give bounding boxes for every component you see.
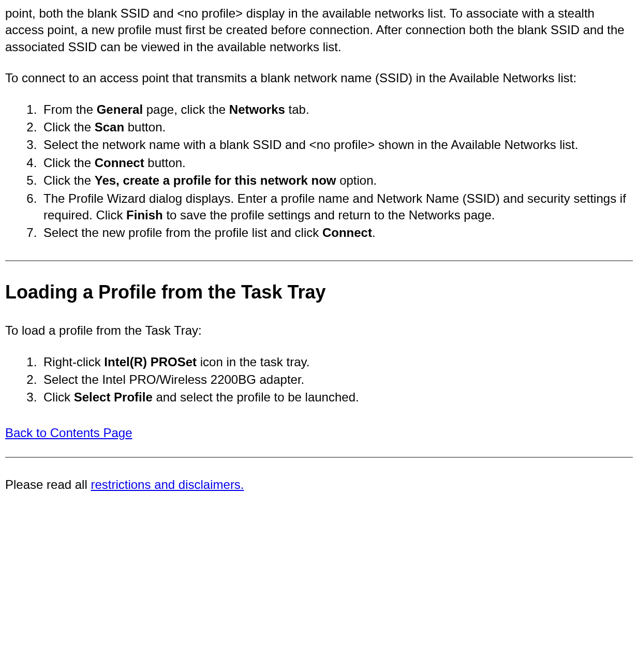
intro-paragraph-3: To load a profile from the Task Tray: — [5, 322, 633, 339]
intro-paragraph-2: To connect to an access point that trans… — [5, 70, 633, 86]
text: button. — [144, 156, 186, 170]
text: Select the new profile from the profile … — [43, 226, 322, 240]
divider — [5, 457, 633, 458]
list-item: Click the Yes, create a profile for this… — [40, 172, 633, 189]
text: Click the — [43, 173, 95, 187]
steps-list-1: From the General page, click the Network… — [5, 101, 633, 242]
text: page, click the — [143, 102, 229, 116]
bold-text: Finish — [126, 208, 163, 222]
bold-text: Connect — [322, 226, 372, 240]
text: Click the — [43, 120, 95, 134]
text: . — [372, 226, 376, 240]
bold-text: Scan — [95, 120, 124, 134]
list-item: The Profile Wizard dialog displays. Ente… — [40, 190, 633, 224]
bold-text: General — [97, 102, 143, 116]
text: Right-click — [43, 355, 104, 369]
bold-text: Select Profile — [74, 390, 153, 404]
text: and select the profile to be launched. — [153, 390, 359, 404]
text: button. — [124, 120, 166, 134]
list-item: Select the Intel PRO/Wireless 2200BG ada… — [40, 371, 633, 388]
section-heading: Loading a Profile from the Task Tray — [5, 280, 633, 305]
text: Click the — [43, 156, 95, 170]
text: tab. — [285, 102, 309, 116]
list-item: Right-click Intel(R) PROSet icon in the … — [40, 354, 633, 370]
intro-paragraph-1: point, both the blank SSID and <no profi… — [5, 5, 633, 55]
restrictions-disclaimers-link[interactable]: restrictions and disclaimers. — [91, 477, 244, 491]
bold-text: Networks — [229, 102, 285, 116]
list-item: Select the network name with a blank SSI… — [40, 137, 633, 153]
bold-text: Intel(R) PROSet — [104, 355, 197, 369]
steps-list-2: Right-click Intel(R) PROSet icon in the … — [5, 354, 633, 406]
back-to-contents-link[interactable]: Back to Contents Page — [5, 426, 132, 440]
back-link-paragraph: Back to Contents Page — [5, 425, 633, 441]
divider — [5, 260, 633, 261]
list-item: Select the new profile from the profile … — [40, 225, 633, 241]
list-item: Click the Connect button. — [40, 155, 633, 171]
text: Click — [43, 390, 74, 404]
list-item: Click Select Profile and select the prof… — [40, 389, 633, 406]
text: to save the profile settings and return … — [163, 208, 495, 222]
list-item: Click the Scan button. — [40, 119, 633, 136]
footer-paragraph: Please read all restrictions and disclai… — [5, 476, 633, 493]
text: From the — [43, 102, 97, 116]
text: Please read all — [5, 477, 91, 491]
text: icon in the task tray. — [197, 355, 309, 369]
bold-text: Connect — [95, 156, 144, 170]
text: option. — [336, 173, 377, 187]
bold-text: Yes, create a profile for this network n… — [95, 173, 336, 187]
list-item: From the General page, click the Network… — [40, 101, 633, 118]
